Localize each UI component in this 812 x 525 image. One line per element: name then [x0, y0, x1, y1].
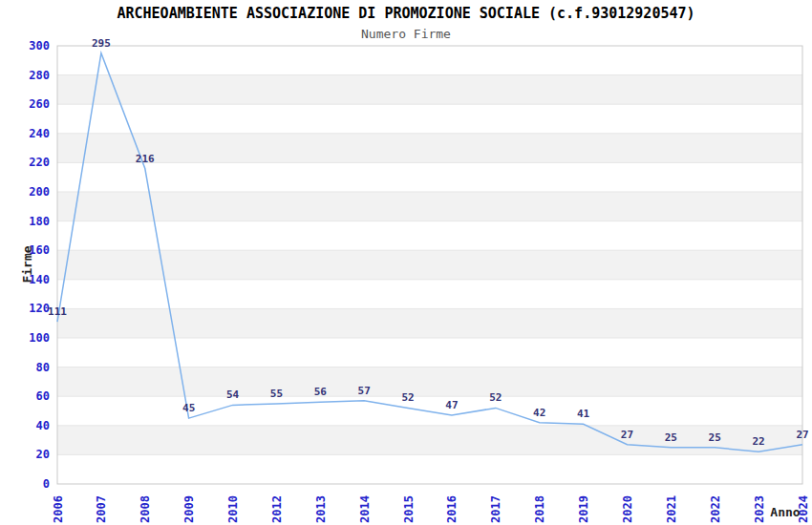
data-point-label: 52: [489, 391, 502, 404]
y-tick-label: 240: [29, 127, 50, 140]
grid-band: [57, 308, 802, 338]
y-axis-title: Firme: [20, 245, 34, 283]
data-point-label: 52: [401, 391, 414, 404]
x-tick-label: 2012: [270, 495, 284, 523]
x-tick-label: 2010: [226, 495, 240, 523]
x-tick-label: 2015: [402, 495, 416, 523]
data-point-label: 27: [621, 429, 633, 441]
y-tick-label: 20: [36, 448, 50, 461]
data-point-label: 47: [445, 399, 458, 411]
data-point-label: 55: [270, 388, 283, 400]
y-tick-label: 280: [29, 69, 50, 82]
x-axis-title: Anno: [770, 505, 800, 519]
x-tick-label: 2022: [709, 495, 722, 523]
data-point-label: 216: [136, 153, 155, 165]
x-tick-label: 2020: [621, 495, 634, 523]
grid-band: [57, 426, 802, 455]
plot-area: 0204060801001201401601802002202402602803…: [29, 37, 809, 523]
grid-band: [57, 368, 802, 397]
y-tick-label: 60: [36, 389, 50, 403]
y-tick-label: 260: [29, 97, 50, 111]
y-tick-label: 0: [43, 477, 50, 491]
y-tick-label: 40: [36, 419, 50, 432]
y-tick-label: 300: [29, 39, 50, 52]
chart-title: ARCHEOAMBIENTE ASSOCIAZIONE DI PROMOZION…: [117, 5, 694, 22]
y-tick-label: 220: [29, 156, 50, 169]
x-tick-label: 2007: [95, 495, 108, 523]
line-chart: 0204060801001201401601802002202402602803…: [0, 0, 812, 525]
data-point-label: 25: [709, 431, 721, 444]
y-tick-label: 120: [29, 302, 50, 315]
x-tick-label: 2016: [445, 495, 459, 523]
y-tick-label: 80: [36, 361, 50, 374]
x-tick-label: 2008: [139, 495, 152, 523]
data-point-label: 25: [665, 431, 677, 444]
x-tick-label: 2017: [489, 495, 502, 523]
x-tick-label: 2006: [52, 495, 65, 523]
chart-container: 0204060801001201401601802002202402602803…: [0, 0, 812, 525]
data-point-label: 42: [533, 407, 545, 419]
grid-band: [57, 192, 802, 221]
y-tick-label: 200: [29, 185, 50, 199]
x-tick-label: 2009: [182, 495, 196, 523]
data-point-label: 27: [796, 429, 808, 441]
x-tick-label: 2023: [753, 495, 766, 523]
y-tick-label: 180: [29, 215, 50, 228]
x-tick-label: 2018: [533, 495, 546, 523]
x-tick-label: 2014: [358, 495, 372, 523]
x-tick-label: 2013: [314, 495, 328, 523]
data-point-label: 45: [182, 402, 195, 414]
grid-band: [57, 75, 802, 105]
data-point-label: 57: [358, 385, 371, 397]
data-point-label: 56: [314, 386, 328, 398]
y-tick-label: 100: [29, 331, 50, 345]
data-point-label: 22: [752, 435, 764, 448]
grid-band: [57, 250, 802, 280]
x-tick-label: 2019: [577, 495, 590, 523]
data-point-label: 54: [226, 388, 240, 401]
data-point-label: 41: [577, 408, 590, 420]
data-point-label: 111: [48, 305, 67, 318]
data-point-label: 295: [92, 37, 111, 50]
x-tick-label: 2021: [665, 495, 678, 523]
grid-band: [57, 134, 802, 163]
chart-subtitle: Numero Firme: [361, 27, 451, 41]
